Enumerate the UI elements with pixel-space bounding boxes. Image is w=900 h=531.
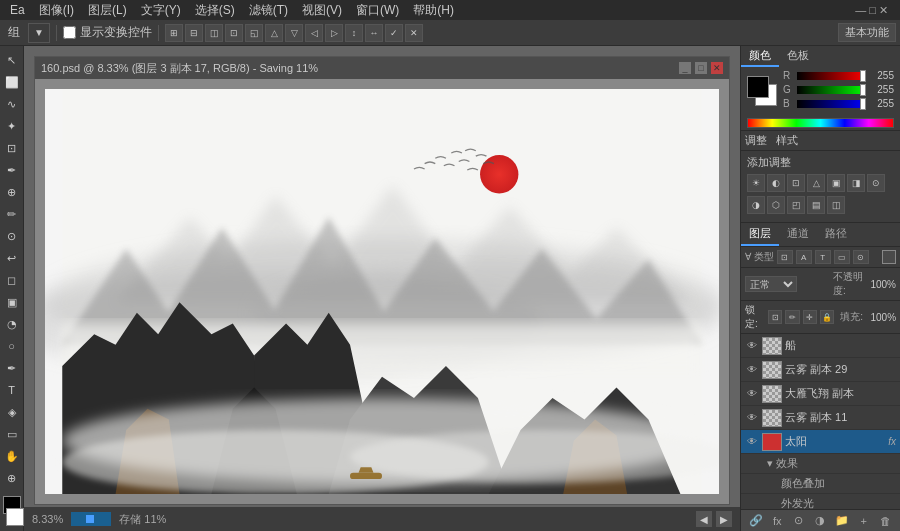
menu-text[interactable]: 文字(Y) <box>135 0 187 21</box>
adj-icon-photo-filter[interactable]: ◑ <box>747 196 765 214</box>
toolbar-icon-10[interactable]: ↕ <box>345 24 363 42</box>
eye-icon-birds[interactable]: 👁 <box>745 387 759 401</box>
filter-kind-icon[interactable]: ⊡ <box>777 250 793 264</box>
tool-history[interactable]: ↩ <box>2 248 22 268</box>
tool-pen[interactable]: ✒ <box>2 358 22 378</box>
filter-smart-icon[interactable]: ⊙ <box>853 250 869 264</box>
adj-icon-vibrance[interactable]: △ <box>807 174 825 192</box>
eye-icon-cloud29[interactable]: 👁 <box>745 363 759 377</box>
tool-lasso[interactable]: ∿ <box>2 94 22 114</box>
tool-heal[interactable]: ⊕ <box>2 182 22 202</box>
menu-ps[interactable]: Ea <box>4 1 31 19</box>
adj-icon-exposure[interactable]: ⊡ <box>787 174 805 192</box>
status-next-btn[interactable]: ▶ <box>716 511 732 527</box>
tool-gradient[interactable]: ▣ <box>2 292 22 312</box>
toolbar-icon-3[interactable]: ◫ <box>205 24 223 42</box>
toolbar-icon-4[interactable]: ⊡ <box>225 24 243 42</box>
transform-checkbox[interactable] <box>63 26 76 39</box>
lock-all-icon[interactable]: 🔒 <box>820 310 834 324</box>
tool-hand[interactable]: ✋ <box>2 446 22 466</box>
filter-toggle[interactable] <box>882 250 896 264</box>
tab-color[interactable]: 颜色 <box>741 46 779 67</box>
tool-path-select[interactable]: ◈ <box>2 402 22 422</box>
toolbar-icon-7[interactable]: ▽ <box>285 24 303 42</box>
layer-outer-glow[interactable]: 外发光 <box>741 494 900 509</box>
tool-clone[interactable]: ⊙ <box>2 226 22 246</box>
menu-help[interactable]: 帮助(H) <box>407 0 460 21</box>
filter-text-icon[interactable]: T <box>815 250 831 264</box>
toolbar-icon-1[interactable]: ⊞ <box>165 24 183 42</box>
adj-icon-curves[interactable]: ◐ <box>767 174 785 192</box>
tool-text[interactable]: T <box>2 380 22 400</box>
adj-icon-channel-mixer[interactable]: ⬡ <box>767 196 785 214</box>
toolbar-icon-5[interactable]: ◱ <box>245 24 263 42</box>
adj-icon-hsl[interactable]: ▣ <box>827 174 845 192</box>
tool-magic-wand[interactable]: ✦ <box>2 116 22 136</box>
status-prev-btn[interactable]: ◀ <box>696 511 712 527</box>
workspace-selector[interactable]: 基本功能 <box>838 23 896 42</box>
b-slider-track[interactable] <box>797 100 866 108</box>
toolbar-icon-12[interactable]: ✓ <box>385 24 403 42</box>
b-slider-thumb[interactable] <box>860 98 866 110</box>
tool-blur[interactable]: ◔ <box>2 314 22 334</box>
adj-icon-invert[interactable]: ▤ <box>807 196 825 214</box>
filter-shape-icon[interactable]: ▭ <box>834 250 850 264</box>
toolbar-icon-2[interactable]: ⊟ <box>185 24 203 42</box>
menu-select[interactable]: 选择(S) <box>189 0 241 21</box>
tool-dodge[interactable]: ○ <box>2 336 22 356</box>
adj-icon-color-lookup[interactable]: ◰ <box>787 196 805 214</box>
r-slider-thumb[interactable] <box>860 70 866 82</box>
toolbar-options-btn[interactable]: ▼ <box>28 23 50 43</box>
g-slider-thumb[interactable] <box>860 84 866 96</box>
lock-transparent-icon[interactable]: ⊡ <box>768 310 782 324</box>
eye-icon-cloud11[interactable]: 👁 <box>745 411 759 425</box>
maximize-btn[interactable]: □ <box>695 62 707 74</box>
tool-crop[interactable]: ⊡ <box>2 138 22 158</box>
layer-color-overlay[interactable]: 颜色叠加 <box>741 474 900 494</box>
tab-layers[interactable]: 图层 <box>741 223 779 246</box>
close-btn[interactable]: ✕ <box>711 62 723 74</box>
lock-position-icon[interactable]: ✛ <box>803 310 817 324</box>
tool-brush[interactable]: ✏ <box>2 204 22 224</box>
bg-color-swatch[interactable] <box>6 508 24 526</box>
link-layers-btn[interactable]: 🔗 <box>747 513 765 529</box>
r-slider-track[interactable] <box>797 72 866 80</box>
tool-zoom[interactable]: ⊕ <box>2 468 22 488</box>
adjustment-btn[interactable]: ◑ <box>811 513 829 529</box>
eye-icon-boat[interactable]: 👁 <box>745 339 759 353</box>
toolbar-icon-6[interactable]: △ <box>265 24 283 42</box>
menu-filter[interactable]: 滤镜(T) <box>243 0 294 21</box>
tab-paths[interactable]: 路径 <box>817 223 855 246</box>
adj-icon-color-balance[interactable]: ◨ <box>847 174 865 192</box>
tool-eyedropper[interactable]: ✒ <box>2 160 22 180</box>
layer-cloud29[interactable]: 👁 云雾 副本 29 <box>741 358 900 382</box>
blend-mode-select[interactable]: 正常 <box>745 276 797 292</box>
filter-adj-icon[interactable]: A <box>796 250 812 264</box>
layer-style-btn[interactable]: fx <box>768 513 786 529</box>
g-slider-track[interactable] <box>797 86 866 94</box>
layer-cloud11[interactable]: 👁 云雾 副本 11 <box>741 406 900 430</box>
menu-window[interactable]: 窗口(W) <box>350 0 405 21</box>
spectrum-bar[interactable] <box>747 118 894 128</box>
menu-layer[interactable]: 图层(L) <box>82 0 133 21</box>
layer-sun[interactable]: 👁 太阳 fx <box>741 430 900 454</box>
fg-color-sq[interactable] <box>747 76 769 98</box>
toolbar-icon-9[interactable]: ▷ <box>325 24 343 42</box>
group-btn[interactable]: 📁 <box>833 513 851 529</box>
adj-icon-posterize[interactable]: ◫ <box>827 196 845 214</box>
toolbar-icon-11[interactable]: ↔ <box>365 24 383 42</box>
eye-icon-sun[interactable]: 👁 <box>745 435 759 449</box>
tool-shape[interactable]: ▭ <box>2 424 22 444</box>
menu-image[interactable]: 图像(I) <box>33 0 80 21</box>
layer-boat[interactable]: 👁 船 <box>741 334 900 358</box>
tab-swatches[interactable]: 色板 <box>779 46 817 67</box>
delete-layer-btn[interactable]: 🗑 <box>876 513 894 529</box>
tool-marquee[interactable]: ⬜ <box>2 72 22 92</box>
adj-icon-bw[interactable]: ⊙ <box>867 174 885 192</box>
lock-paint-icon[interactable]: ✏ <box>785 310 799 324</box>
toolbar-icon-13[interactable]: ✕ <box>405 24 423 42</box>
tool-move[interactable]: ↖ <box>2 50 22 70</box>
mask-btn[interactable]: ⊙ <box>790 513 808 529</box>
new-layer-btn[interactable]: + <box>855 513 873 529</box>
minimize-btn[interactable]: _ <box>679 62 691 74</box>
